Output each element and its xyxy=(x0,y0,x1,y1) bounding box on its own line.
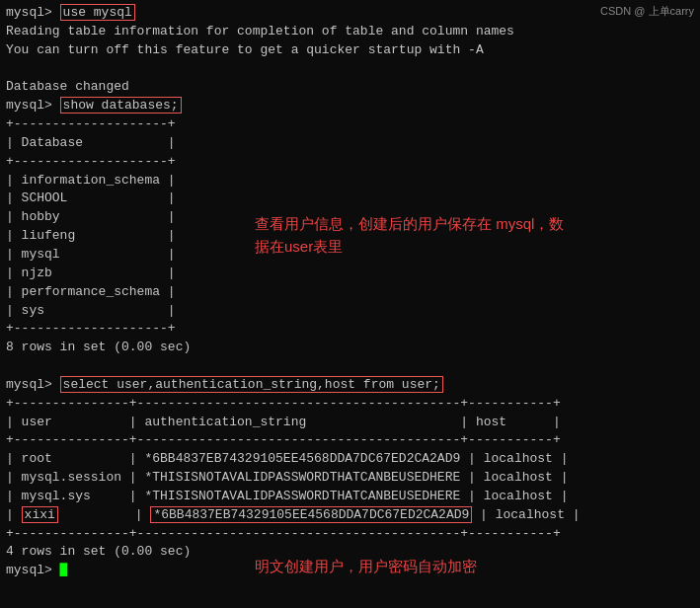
empty-line-1 xyxy=(6,60,694,79)
db-row-8: | sys | xyxy=(6,302,694,321)
db-row-2: | SCHOOL | xyxy=(6,190,694,208)
cmd-line-2: mysql> show databases; xyxy=(6,97,694,115)
cmd2-highlight: show databases; xyxy=(60,97,182,114)
xixi-user-highlight: xixi xyxy=(22,506,58,523)
info-line-2: You can turn off this feature to get a q… xyxy=(6,41,694,60)
table1-col-header: | Database | xyxy=(6,134,694,153)
xixi-auth-highlight: *6BB4837EB74329105EE4568DDA7DC67ED2CA2AD… xyxy=(150,506,472,523)
cmd1-highlight: use mysql xyxy=(60,4,135,21)
table1-sep-top: +--------------------+ xyxy=(6,115,694,134)
cmd-line-3: mysql> select user,authentication_string… xyxy=(6,376,694,395)
data-row-2: | mysql.session | *THISISNOTAVALIDPASSWO… xyxy=(6,469,694,488)
cmd-line-1: mysql> use mysql xyxy=(6,4,694,23)
db-row-7: | performance_schema | xyxy=(6,283,694,302)
rows-count-1: 8 rows in set (0.00 sec) xyxy=(6,339,694,357)
table2-sep-top: +---------------+-----------------------… xyxy=(6,395,694,414)
watermark: CSDN @ 上单carry xyxy=(600,4,694,19)
table2-sep-mid: +---------------+-----------------------… xyxy=(6,431,694,450)
annotation-2: 明文创建用户，用户密码自动加密 xyxy=(255,556,571,578)
info-line-1: Reading table information for completion… xyxy=(6,23,694,41)
cursor: █ xyxy=(60,563,68,577)
data-row-4-highlighted: | xixi | *6BB4837EB74329105EE4568DDA7DC6… xyxy=(6,506,694,525)
table2-col-header: | user | authentication_string | host | xyxy=(6,414,694,432)
db-row-6: | njzb | xyxy=(6,265,694,283)
table1-sep-mid: +--------------------+ xyxy=(6,153,694,172)
db-row-1: | information_schema | xyxy=(6,172,694,190)
cmd3-highlight: select user,authentication_string,host f… xyxy=(60,376,443,393)
table2-sep-bot: +---------------+-----------------------… xyxy=(6,525,694,544)
data-row-3: | mysql.sys | *THISISNOTAVALIDPASSWORDTH… xyxy=(6,488,694,506)
empty-line-2 xyxy=(6,357,694,376)
annotation-1: 查看用户信息，创建后的用户保存在 mysql，数据在user表里 xyxy=(255,213,571,258)
table1-sep-bot: +--------------------+ xyxy=(6,320,694,339)
data-row-1: | root | *6BB4837EB74329105EE4568DDA7DC6… xyxy=(6,450,694,469)
terminal: CSDN @ 上单carry mysql> use mysql Reading … xyxy=(0,0,700,608)
db-changed: Database changed xyxy=(6,78,694,97)
